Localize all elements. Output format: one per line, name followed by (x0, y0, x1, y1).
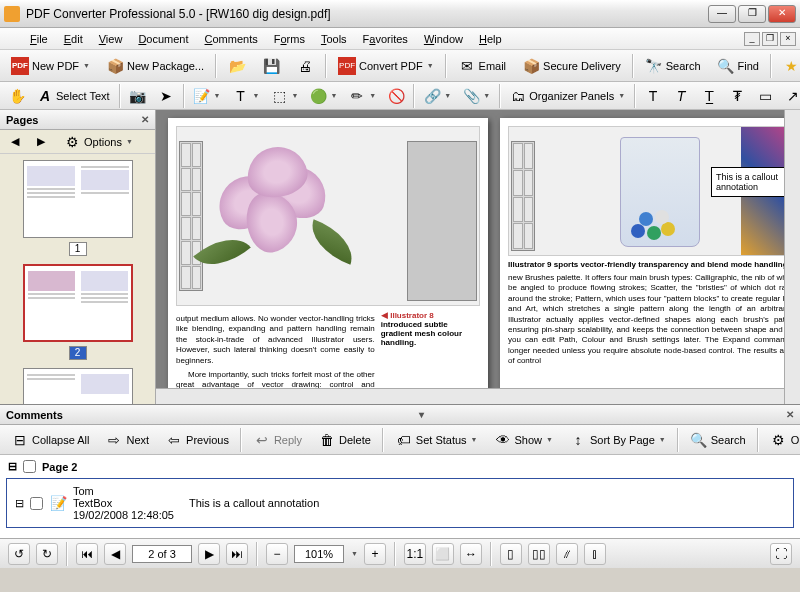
pages-panel-close[interactable]: ✕ (141, 114, 149, 125)
convert-pdf-button[interactable]: PDFConvert PDF▼ (331, 53, 441, 79)
select-text-tool[interactable]: ASelect Text (32, 85, 115, 107)
caption-1: introduced subtle gradient mesh colour h… (381, 320, 480, 347)
minimize-button[interactable]: — (708, 5, 736, 23)
form-tool-3[interactable]: T̲ (696, 85, 722, 107)
form-tool-2[interactable]: T (668, 85, 694, 107)
menu-window[interactable]: Window (416, 31, 471, 47)
mdi-minimize[interactable]: _ (744, 32, 760, 46)
fit-width-button[interactable]: ↔ (460, 543, 482, 565)
rotate-ccw-button[interactable]: ↺ (8, 543, 30, 565)
hand-tool[interactable]: ✋ (4, 85, 30, 107)
menu-file[interactable]: File (22, 31, 56, 47)
zoom-dropdown[interactable]: ▼ (351, 550, 358, 557)
pages-nav-prev[interactable]: ◀ (4, 131, 26, 152)
continuous-button[interactable]: ▯▯ (528, 543, 550, 565)
zoom-input[interactable] (294, 545, 344, 563)
continuous-facing-button[interactable]: ⫿ (584, 543, 606, 565)
clip-tool[interactable]: 📎▼ (458, 85, 495, 107)
horizontal-scrollbar[interactable] (156, 388, 784, 404)
cursor-icon: ➤ (158, 88, 174, 104)
next-comment-button[interactable]: ⇨Next (98, 427, 156, 453)
prev-page-button[interactable]: ◀ (104, 543, 126, 565)
last-page-button[interactable]: ⏭ (226, 543, 248, 565)
comment-page-label: Page 2 (42, 461, 77, 473)
vertical-scrollbar[interactable] (784, 110, 800, 404)
close-button[interactable]: ✕ (768, 5, 796, 23)
snapshot-tool[interactable]: 📷 (125, 85, 151, 107)
menu-view[interactable]: View (91, 31, 131, 47)
form-tool-1[interactable]: T (640, 85, 666, 107)
rotate-cw-button[interactable]: ↻ (36, 543, 58, 565)
thumbnail-2[interactable]: 2 (23, 264, 133, 360)
crop-tool[interactable]: ⬚▼ (266, 85, 303, 107)
comment-checkbox[interactable] (30, 497, 43, 510)
mdi-close[interactable]: × (780, 32, 796, 46)
pages-options-button[interactable]: ⚙Options▼ (56, 129, 140, 155)
first-page-button[interactable]: ⏮ (76, 543, 98, 565)
sort-button[interactable]: ↕Sort By Page▼ (562, 427, 673, 453)
open-button[interactable]: 📂 (221, 53, 253, 79)
comments-panel-close[interactable]: ✕ (786, 409, 794, 420)
menu-tools[interactable]: Tools (313, 31, 355, 47)
single-page-button[interactable]: ▯ (500, 543, 522, 565)
zoom-in-button[interactable]: + (364, 543, 386, 565)
form-tool-6[interactable]: ↗ (780, 85, 800, 107)
new-pdf-button[interactable]: PDFNew PDF▼ (4, 53, 97, 79)
set-status-button[interactable]: 🏷Set Status▼ (388, 427, 485, 453)
menu-help[interactable]: Help (471, 31, 510, 47)
form-tool-4[interactable]: ₮ (724, 85, 750, 107)
show-button[interactable]: 👁Show▼ (487, 427, 560, 453)
delete-button[interactable]: 🗑Delete (311, 427, 378, 453)
secure-delivery-button[interactable]: 📦Secure Delivery (515, 53, 628, 79)
stamp-tool[interactable]: 🟢▼ (305, 85, 342, 107)
comments-panel: Comments ▾ ✕ ⊟Collapse All ⇨Next ⇦Previo… (0, 404, 800, 538)
zoom-out-button[interactable]: − (266, 543, 288, 565)
comments-panel-expand[interactable]: ▾ (419, 409, 424, 420)
print-icon: 🖨 (296, 57, 314, 75)
comments-options-button[interactable]: ⚙Options▼ (763, 427, 800, 453)
email-button[interactable]: ✉Email (451, 53, 514, 79)
menu-edit[interactable]: Edit (56, 31, 91, 47)
comment-page-checkbox[interactable] (23, 460, 36, 473)
menu-comments[interactable]: Comments (197, 31, 266, 47)
find-button[interactable]: 🔍Find (710, 53, 766, 79)
prev-icon: ⇦ (165, 431, 183, 449)
prev-comment-button[interactable]: ⇦Previous (158, 427, 236, 453)
organizer-panels-button[interactable]: 🗂Organizer Panels▼ (505, 85, 630, 107)
menu-document[interactable]: Document (130, 31, 196, 47)
document-view[interactable]: output medium allows. No wonder vector-h… (156, 110, 800, 404)
fit-page-button[interactable]: ⬜ (432, 543, 454, 565)
page-right: This is a callout annotation Illustrator… (500, 118, 800, 390)
form-tool-5[interactable]: ▭ (752, 85, 778, 107)
link-tool[interactable]: 🔗▼ (419, 85, 456, 107)
maximize-button[interactable]: ❐ (738, 5, 766, 23)
reply-button[interactable]: ↩Reply (246, 427, 309, 453)
comment-item[interactable]: ⊟ 📝 Tom TextBox 19/02/2008 12:48:05 This… (6, 478, 794, 528)
thumbnail-3[interactable] (23, 368, 133, 404)
next-page-button[interactable]: ▶ (198, 543, 220, 565)
print-button[interactable]: 🖨 (289, 53, 321, 79)
fullscreen-button[interactable]: ⛶ (770, 543, 792, 565)
select-tool[interactable]: ➤ (153, 85, 179, 107)
mdi-restore[interactable]: ❐ (762, 32, 778, 46)
thumbnail-1[interactable]: 1 (23, 160, 133, 256)
note-tool[interactable]: 📝▼ (189, 85, 226, 107)
new-package-button[interactable]: 📦New Package... (99, 53, 211, 79)
favorites-button[interactable]: ★Favorites▼ (776, 53, 800, 79)
text-tool[interactable]: T▼ (228, 85, 265, 107)
collapse-all-button[interactable]: ⊟Collapse All (4, 427, 96, 453)
comments-search-button[interactable]: 🔍Search (683, 427, 753, 453)
pages-nav-next[interactable]: ▶ (30, 131, 52, 152)
highlight-tool[interactable]: ✏▼ (344, 85, 381, 107)
facing-button[interactable]: ⫽ (556, 543, 578, 565)
menu-forms[interactable]: Forms (266, 31, 313, 47)
page-number-input[interactable] (132, 545, 192, 563)
search-button[interactable]: 🔭Search (638, 53, 708, 79)
signature-tool[interactable]: 🚫 (383, 85, 409, 107)
collapse-toggle[interactable]: ⊟ (8, 460, 17, 473)
actual-size-button[interactable]: 1:1 (404, 543, 426, 565)
save-button[interactable]: 💾 (255, 53, 287, 79)
collapse-toggle[interactable]: ⊟ (15, 497, 24, 510)
comment-page-row[interactable]: ⊟ Page 2 (2, 457, 798, 476)
menu-favorites[interactable]: Favorites (355, 31, 416, 47)
